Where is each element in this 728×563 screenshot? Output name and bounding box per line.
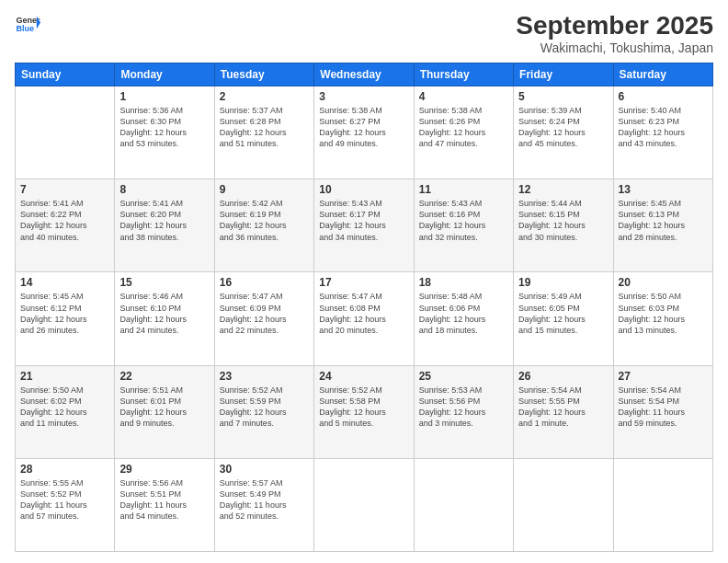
col-thursday: Thursday — [414, 63, 513, 86]
day-number: 19 — [518, 276, 608, 289]
day-number: 22 — [119, 370, 209, 383]
day-number: 3 — [319, 90, 408, 103]
svg-text:Blue: Blue — [16, 24, 34, 33]
day-number: 24 — [319, 370, 408, 383]
day-number: 12 — [518, 183, 608, 196]
day-number: 28 — [20, 463, 109, 476]
col-sunday: Sunday — [16, 63, 115, 86]
table-row: 15Sunrise: 5:46 AM Sunset: 6:10 PM Dayli… — [115, 272, 214, 365]
day-info: Sunrise: 5:47 AM Sunset: 6:09 PM Dayligh… — [220, 291, 309, 336]
table-row: 25Sunrise: 5:53 AM Sunset: 5:56 PM Dayli… — [414, 365, 513, 458]
table-row: 29Sunrise: 5:56 AM Sunset: 5:51 PM Dayli… — [115, 458, 214, 551]
calendar-week-row: 14Sunrise: 5:45 AM Sunset: 6:12 PM Dayli… — [16, 272, 713, 365]
table-row — [514, 458, 613, 551]
table-row: 14Sunrise: 5:45 AM Sunset: 6:12 PM Dayli… — [16, 272, 115, 365]
day-info: Sunrise: 5:49 AM Sunset: 6:05 PM Dayligh… — [518, 291, 608, 336]
day-info: Sunrise: 5:39 AM Sunset: 6:24 PM Dayligh… — [518, 105, 608, 150]
table-row: 8Sunrise: 5:41 AM Sunset: 6:20 PM Daylig… — [115, 179, 214, 272]
day-number: 11 — [419, 183, 508, 196]
calendar-week-row: 21Sunrise: 5:50 AM Sunset: 6:02 PM Dayli… — [16, 365, 713, 458]
table-row: 18Sunrise: 5:48 AM Sunset: 6:06 PM Dayli… — [414, 272, 513, 365]
day-info: Sunrise: 5:54 AM Sunset: 5:54 PM Dayligh… — [619, 385, 708, 430]
day-info: Sunrise: 5:54 AM Sunset: 5:55 PM Dayligh… — [518, 385, 608, 430]
calendar-header-row: Sunday Monday Tuesday Wednesday Thursday… — [16, 63, 713, 86]
col-wednesday: Wednesday — [314, 63, 414, 86]
day-info: Sunrise: 5:45 AM Sunset: 6:12 PM Dayligh… — [20, 291, 109, 336]
table-row: 27Sunrise: 5:54 AM Sunset: 5:54 PM Dayli… — [613, 365, 712, 458]
day-info: Sunrise: 5:46 AM Sunset: 6:10 PM Dayligh… — [119, 291, 209, 336]
table-row: 7Sunrise: 5:41 AM Sunset: 6:22 PM Daylig… — [16, 179, 115, 272]
table-row: 9Sunrise: 5:42 AM Sunset: 6:19 PM Daylig… — [214, 179, 313, 272]
col-saturday: Saturday — [613, 63, 712, 86]
day-info: Sunrise: 5:37 AM Sunset: 6:28 PM Dayligh… — [220, 105, 309, 150]
day-number: 14 — [20, 276, 109, 289]
day-info: Sunrise: 5:41 AM Sunset: 6:22 PM Dayligh… — [20, 198, 109, 243]
calendar-week-row: 1Sunrise: 5:36 AM Sunset: 6:30 PM Daylig… — [16, 86, 713, 179]
table-row — [414, 458, 513, 551]
table-row: 19Sunrise: 5:49 AM Sunset: 6:05 PM Dayli… — [514, 272, 613, 365]
table-row: 13Sunrise: 5:45 AM Sunset: 6:13 PM Dayli… — [613, 179, 712, 272]
table-row: 12Sunrise: 5:44 AM Sunset: 6:15 PM Dayli… — [514, 179, 613, 272]
table-row: 5Sunrise: 5:39 AM Sunset: 6:24 PM Daylig… — [514, 86, 613, 179]
table-row: 1Sunrise: 5:36 AM Sunset: 6:30 PM Daylig… — [115, 86, 214, 179]
day-number: 16 — [220, 276, 309, 289]
table-row: 26Sunrise: 5:54 AM Sunset: 5:55 PM Dayli… — [514, 365, 613, 458]
day-number: 10 — [319, 183, 408, 196]
day-number: 8 — [119, 183, 209, 196]
day-info: Sunrise: 5:43 AM Sunset: 6:17 PM Dayligh… — [319, 198, 408, 243]
day-info: Sunrise: 5:36 AM Sunset: 6:30 PM Dayligh… — [119, 105, 209, 150]
day-number: 23 — [220, 370, 309, 383]
table-row: 23Sunrise: 5:52 AM Sunset: 5:59 PM Dayli… — [214, 365, 313, 458]
day-info: Sunrise: 5:45 AM Sunset: 6:13 PM Dayligh… — [619, 198, 708, 243]
table-row: 24Sunrise: 5:52 AM Sunset: 5:58 PM Dayli… — [314, 365, 414, 458]
title-section: September 2025 Wakimachi, Tokushima, Jap… — [516, 11, 713, 55]
day-info: Sunrise: 5:50 AM Sunset: 6:02 PM Dayligh… — [20, 385, 109, 430]
table-row: 17Sunrise: 5:47 AM Sunset: 6:08 PM Dayli… — [314, 272, 414, 365]
day-info: Sunrise: 5:38 AM Sunset: 6:27 PM Dayligh… — [319, 105, 408, 150]
day-info: Sunrise: 5:38 AM Sunset: 6:26 PM Dayligh… — [419, 105, 508, 150]
day-number: 6 — [619, 90, 708, 103]
day-info: Sunrise: 5:56 AM Sunset: 5:51 PM Dayligh… — [119, 477, 209, 523]
table-row: 30Sunrise: 5:57 AM Sunset: 5:49 PM Dayli… — [214, 458, 313, 551]
day-info: Sunrise: 5:52 AM Sunset: 5:59 PM Dayligh… — [220, 385, 309, 430]
table-row: 16Sunrise: 5:47 AM Sunset: 6:09 PM Dayli… — [214, 272, 313, 365]
day-number: 5 — [518, 90, 608, 103]
table-row: 2Sunrise: 5:37 AM Sunset: 6:28 PM Daylig… — [214, 86, 313, 179]
month-title: September 2025 — [516, 11, 713, 40]
day-number: 29 — [119, 463, 209, 476]
day-number: 4 — [419, 90, 508, 103]
day-number: 7 — [20, 183, 109, 196]
day-number: 15 — [119, 276, 209, 289]
day-number: 26 — [518, 370, 608, 383]
day-number: 18 — [419, 276, 508, 289]
day-number: 17 — [319, 276, 408, 289]
table-row — [314, 458, 414, 551]
table-row — [16, 86, 115, 179]
day-info: Sunrise: 5:48 AM Sunset: 6:06 PM Dayligh… — [419, 291, 508, 336]
location: Wakimachi, Tokushima, Japan — [516, 40, 713, 55]
day-info: Sunrise: 5:57 AM Sunset: 5:49 PM Dayligh… — [220, 477, 309, 523]
table-row: 28Sunrise: 5:55 AM Sunset: 5:52 PM Dayli… — [16, 458, 115, 551]
calendar-table: Sunday Monday Tuesday Wednesday Thursday… — [15, 63, 713, 552]
table-row: 3Sunrise: 5:38 AM Sunset: 6:27 PM Daylig… — [314, 86, 414, 179]
day-number: 13 — [619, 183, 708, 196]
page: General Blue September 2025 Wakimachi, T… — [0, 0, 728, 563]
day-info: Sunrise: 5:40 AM Sunset: 6:23 PM Dayligh… — [619, 105, 708, 150]
table-row: 21Sunrise: 5:50 AM Sunset: 6:02 PM Dayli… — [16, 365, 115, 458]
day-info: Sunrise: 5:50 AM Sunset: 6:03 PM Dayligh… — [619, 291, 708, 336]
day-info: Sunrise: 5:52 AM Sunset: 5:58 PM Dayligh… — [319, 385, 408, 430]
table-row: 11Sunrise: 5:43 AM Sunset: 6:16 PM Dayli… — [414, 179, 513, 272]
day-info: Sunrise: 5:42 AM Sunset: 6:19 PM Dayligh… — [220, 198, 309, 243]
table-row: 6Sunrise: 5:40 AM Sunset: 6:23 PM Daylig… — [613, 86, 712, 179]
table-row — [613, 458, 712, 551]
col-monday: Monday — [115, 63, 214, 86]
day-info: Sunrise: 5:51 AM Sunset: 6:01 PM Dayligh… — [119, 385, 209, 430]
day-number: 1 — [119, 90, 209, 103]
table-row: 10Sunrise: 5:43 AM Sunset: 6:17 PM Dayli… — [314, 179, 414, 272]
table-row: 20Sunrise: 5:50 AM Sunset: 6:03 PM Dayli… — [613, 272, 712, 365]
day-info: Sunrise: 5:44 AM Sunset: 6:15 PM Dayligh… — [518, 198, 608, 243]
day-info: Sunrise: 5:41 AM Sunset: 6:20 PM Dayligh… — [119, 198, 209, 243]
day-number: 27 — [619, 370, 708, 383]
day-number: 2 — [220, 90, 309, 103]
day-info: Sunrise: 5:55 AM Sunset: 5:52 PM Dayligh… — [20, 477, 109, 523]
